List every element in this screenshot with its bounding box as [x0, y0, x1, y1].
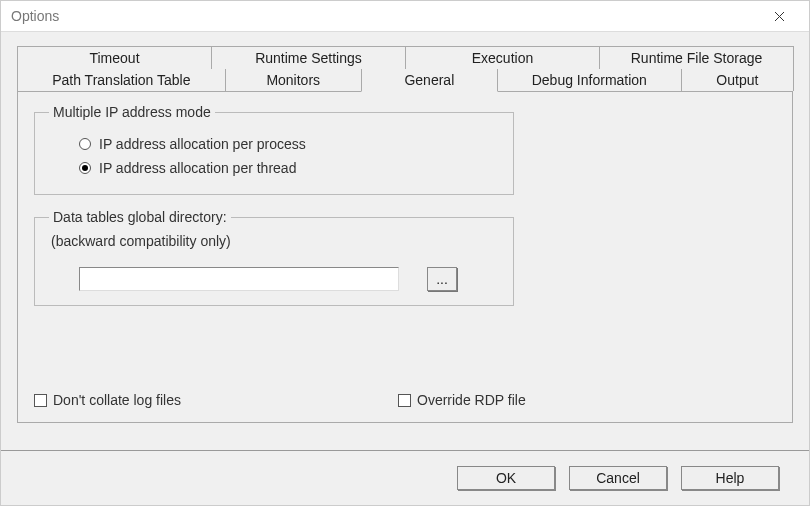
group-multiple-ip: Multiple IP address mode IP address allo… — [34, 104, 514, 195]
tab-monitors[interactable]: Monitors — [225, 69, 362, 91]
group-data-tables-dir: Data tables global directory: (backward … — [34, 209, 514, 306]
group-multiple-ip-legend: Multiple IP address mode — [49, 104, 215, 120]
radio-row-ip-per-thread[interactable]: IP address allocation per thread — [79, 160, 499, 176]
window-title: Options — [11, 8, 59, 24]
tab-general[interactable]: General — [361, 69, 498, 92]
options-dialog: Options Timeout Runtime Settings Executi… — [0, 0, 810, 506]
data-tables-path-row: ... — [79, 267, 499, 291]
cancel-button[interactable]: Cancel — [569, 466, 667, 490]
tab-runtime-file-storage[interactable]: Runtime File Storage — [599, 46, 794, 69]
client-area: Timeout Runtime Settings Execution Runti… — [1, 31, 809, 451]
radio-ip-per-process-label: IP address allocation per process — [99, 136, 306, 152]
data-tables-sub-label: (backward compatibility only) — [51, 233, 499, 249]
radio-row-ip-per-process[interactable]: IP address allocation per process — [79, 136, 499, 152]
check-row-override-rdp[interactable]: Override RDP file — [398, 392, 526, 408]
data-tables-path-input[interactable] — [79, 267, 399, 291]
ok-button[interactable]: OK — [457, 466, 555, 490]
dialog-footer: OK Cancel Help — [1, 451, 809, 505]
tab-row-1: Timeout Runtime Settings Execution Runti… — [17, 46, 793, 69]
checkbox-dont-collate-label: Don't collate log files — [53, 392, 181, 408]
titlebar: Options — [1, 1, 809, 31]
tab-control: Timeout Runtime Settings Execution Runti… — [17, 46, 793, 423]
radio-ip-per-thread[interactable] — [79, 162, 91, 174]
browse-button[interactable]: ... — [427, 267, 457, 291]
tab-execution[interactable]: Execution — [405, 46, 600, 69]
radio-ip-per-process[interactable] — [79, 138, 91, 150]
tab-runtime-settings[interactable]: Runtime Settings — [211, 46, 406, 69]
tab-panel-general: Multiple IP address mode IP address allo… — [17, 91, 793, 423]
tab-debug-information[interactable]: Debug Information — [497, 69, 682, 91]
help-button[interactable]: Help — [681, 466, 779, 490]
tab-timeout[interactable]: Timeout — [17, 46, 212, 69]
radio-ip-per-thread-label: IP address allocation per thread — [99, 160, 296, 176]
group-data-tables-dir-legend: Data tables global directory: — [49, 209, 231, 225]
checkbox-override-rdp-label: Override RDP file — [417, 392, 526, 408]
checkbox-dont-collate[interactable] — [34, 394, 47, 407]
close-icon[interactable] — [759, 1, 799, 31]
tab-row-2: Path Translation Table Monitors General … — [17, 69, 793, 91]
tab-path-translation-table[interactable]: Path Translation Table — [17, 69, 226, 91]
check-row-collate[interactable]: Don't collate log files — [34, 392, 181, 408]
checkbox-override-rdp[interactable] — [398, 394, 411, 407]
tab-output[interactable]: Output — [681, 69, 794, 91]
